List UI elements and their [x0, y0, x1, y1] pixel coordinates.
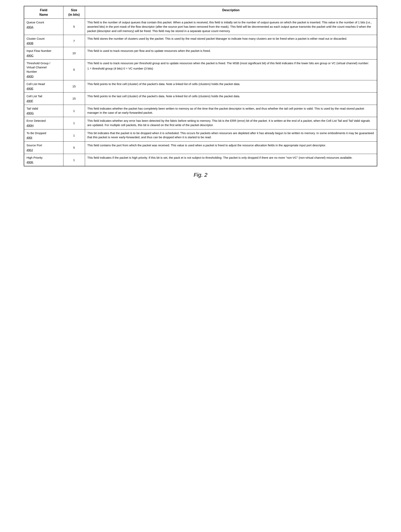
desc-cell-3: This field is used to track resources pe…	[85, 59, 377, 80]
fig-caption-text: Fig. 2	[194, 172, 207, 178]
table-row: Cell List Head490E15This field points to…	[24, 80, 377, 93]
field-ref-7: 490H	[26, 123, 61, 128]
desc-cell-10: This field indicates if the packet is hi…	[85, 154, 377, 166]
field-label-5: Cell List Tail	[26, 94, 61, 98]
field-cell-0: Queue Count490A	[24, 19, 63, 35]
desc-cell-7: This field indicates whether any error h…	[85, 117, 377, 129]
main-table: Field Name Size (in bits) Description Qu…	[24, 6, 377, 166]
field-label-0: Queue Count	[26, 20, 61, 25]
field-cell-2: Input Flow Number490C	[24, 47, 63, 59]
desc-cell-9: This field contains the port from which …	[85, 142, 377, 154]
field-ref-9: 490J	[26, 148, 61, 152]
size-cell-3: 5	[63, 59, 85, 80]
size-cell-10: 1	[63, 154, 85, 166]
field-label-8: To Be Dropped	[26, 131, 61, 135]
header-size: Size (in bits)	[63, 6, 85, 19]
field-label-1: Cluster Count	[26, 37, 61, 41]
header-size-line1: Size	[71, 8, 77, 12]
header-size-line2: (in bits)	[68, 13, 80, 16]
field-label-7: Error Detected	[26, 119, 61, 123]
figure-caption: Fig. 2	[194, 172, 207, 178]
size-cell-5: 15	[63, 93, 85, 105]
desc-cell-6: This field indicates whether the packet …	[85, 105, 377, 117]
field-label-3: Threshold Group /	[26, 61, 61, 65]
field-cell-8: To Be Dropped490I	[24, 129, 63, 142]
header-field: Field Name	[24, 6, 63, 19]
table-row: Input Flow Number490C10This field is use…	[24, 47, 377, 59]
size-cell-9: 5	[63, 142, 85, 154]
header-description: Description	[85, 6, 377, 19]
table-row: Cluster Count490B7This field stores the …	[24, 35, 377, 47]
header-desc-label: Description	[222, 8, 240, 12]
desc-cell-4: This field points to the first cell (clu…	[85, 80, 377, 93]
field-ref-2: 490C	[26, 53, 61, 58]
field-ref-8: 490I	[26, 135, 61, 140]
field-ref-0: 490A	[26, 25, 61, 29]
header-field-line2: Name	[39, 13, 48, 16]
field-ref-6: 490G	[26, 111, 61, 115]
header-field-line1: Field	[40, 8, 47, 12]
size-cell-1: 7	[63, 35, 85, 47]
size-cell-4: 15	[63, 80, 85, 93]
page-wrapper: Field Name Size (in bits) Description Qu…	[24, 6, 377, 178]
field-cell-3: Threshold Group /Virtual ChannelNumber49…	[24, 59, 63, 80]
table-row: Cell List Tail490F15This field points to…	[24, 93, 377, 105]
field-ref-4: 490E	[26, 86, 61, 91]
field-cell-10: High Priority490K	[24, 154, 63, 166]
desc-cell-0: This field is the number of output queue…	[85, 19, 377, 35]
field-label-6: Tail Valid	[26, 107, 61, 111]
field-ref-5: 490F	[26, 99, 61, 103]
field-cell-5: Cell List Tail490F	[24, 93, 63, 105]
size-cell-0: 5	[63, 19, 85, 35]
field-label-9: Source Port	[26, 143, 61, 147]
table-row: Source Port490J5This field contains the …	[24, 142, 377, 154]
table-row: High Priority490K1This field indicates i…	[24, 154, 377, 166]
field-label-3: Number	[26, 70, 61, 74]
field-label-4: Cell List Head	[26, 82, 61, 86]
desc-cell-5: This field points to the last cell (clus…	[85, 93, 377, 105]
desc-cell-2: This field is used to track resources pe…	[85, 47, 377, 59]
size-cell-7: 1	[63, 117, 85, 129]
table-row: Threshold Group /Virtual ChannelNumber49…	[24, 59, 377, 80]
field-label-10: High Priority	[26, 156, 61, 160]
extra-line-3: 1 = threshold group (4 bits) 0 = VC numb…	[87, 66, 375, 71]
field-cell-1: Cluster Count490B	[24, 35, 63, 47]
field-label-3: Virtual Channel	[26, 65, 61, 70]
size-cell-8: 1	[63, 129, 85, 142]
field-cell-9: Source Port490J	[24, 142, 63, 154]
field-cell-6: Tail Valid490G	[24, 105, 63, 117]
field-cell-7: Error Detected490H	[24, 117, 63, 129]
field-ref-1: 490B	[26, 41, 61, 45]
table-row: To Be Dropped490I1This bit indicates tha…	[24, 129, 377, 142]
desc-cell-1: This field stores the number of clusters…	[85, 35, 377, 47]
table-row: Error Detected490H1This field indicates …	[24, 117, 377, 129]
table-row: Queue Count490A5This field is the number…	[24, 19, 377, 35]
field-cell-4: Cell List Head490E	[24, 80, 63, 93]
size-cell-6: 1	[63, 105, 85, 117]
field-ref-3: 490D	[26, 74, 61, 79]
size-cell-2: 10	[63, 47, 85, 59]
table-row: Tail Valid490G1This field indicates whet…	[24, 105, 377, 117]
field-ref-10: 490K	[26, 160, 61, 164]
desc-cell-8: This bit indicates that the packet is to…	[85, 129, 377, 142]
field-label-2: Input Flow Number	[26, 49, 61, 53]
